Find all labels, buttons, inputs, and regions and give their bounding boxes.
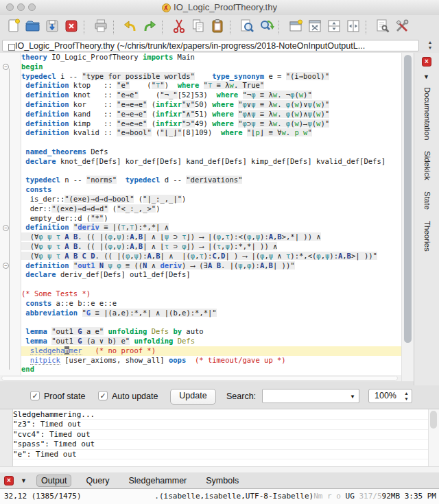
new-file-button[interactable]: [4, 18, 23, 37]
code-line[interactable]: der::"(e×e)⇒d⇒d⇒d" ("<_:_,_>"): [21, 204, 401, 214]
code-line[interactable]: definition "deriv ≡ |(⊤,⊤):*,*| ∧: [21, 223, 401, 232]
code-token: w: [273, 91, 277, 99]
code-line[interactable]: abbreviation "G ≡ |(a,e):*,*| ∧ |(b,e):*…: [21, 309, 401, 318]
code-line[interactable]: theory IO_Logic_ProofTheory imports Main: [21, 53, 401, 62]
buffer-switcher[interactable]: IO_Logic_ProofTheory.thy (~/chris/trunk/…: [0, 39, 439, 53]
memory-indicator[interactable]: 92MB: [382, 492, 401, 501]
output-scrollbar-thumb[interactable]: [430, 411, 437, 429]
code-line[interactable]: (* Some Tests *): [21, 289, 401, 299]
dock-button-state[interactable]: State: [423, 191, 431, 210]
global-options-button[interactable]: [392, 18, 412, 37]
code-token: (: [147, 100, 156, 108]
tab-sledgehammer[interactable]: Sledgehammer: [124, 475, 192, 487]
code-line[interactable]: (∀φ ψ τ A B C D. (( |(φ,ψ):A,B| ∧ |(φ,τ)…: [21, 252, 401, 261]
code-line[interactable]: definition "out1 N ψ φ ≡ ((N ∧ deriv) ⟶ …: [21, 261, 401, 271]
find-replace-button[interactable]: [257, 18, 276, 37]
code-line[interactable]: (∀φ ψ τ A B. (( |(φ,ψ):A,B| ∧ ⌊ψ ⊃ τ⌋) ⟶…: [21, 232, 401, 242]
code-token: w: [281, 128, 285, 136]
fold-marker[interactable]: −: [3, 263, 9, 269]
code-line[interactable]: empty_der::d ("*"): [21, 214, 401, 224]
auto-update-checkbox[interactable]: ✓: [98, 391, 108, 400]
fold-marker[interactable]: −: [3, 225, 9, 231]
code-line[interactable]: (∀φ ψ τ A B. (( |(φ,ψ):A,B| ∧ ⌊τ ⊃ φ⌋) ⟶…: [21, 242, 401, 252]
cut-button[interactable]: [169, 18, 189, 37]
code-line[interactable]: typedecl n -- "norms" typedecl d -- "der…: [21, 176, 401, 185]
proof-state-checkbox[interactable]: ✓: [30, 391, 40, 400]
code-line[interactable]: [21, 167, 401, 176]
close-buffer-button[interactable]: [62, 18, 81, 37]
vertical-scrollbar[interactable]: [402, 53, 414, 381]
split-vertical-button[interactable]: [344, 18, 363, 37]
buffer-switcher-field[interactable]: IO_Logic_ProofTheory.thy (~/chris/trunk/…: [2, 40, 419, 51]
horizontal-scrollbar[interactable]: [0, 375, 401, 381]
memory-indicator-dim[interactable]: 317/5: [355, 492, 382, 501]
code-line[interactable]: definition kand :: "e⇒e⇒e" (infixr"∧"51)…: [21, 110, 401, 119]
horizontal-scrollbar-thumb[interactable]: [1, 376, 398, 381]
code-line[interactable]: definition knot :: "e⇒e" ("¬_"[52]53) wh…: [21, 91, 401, 100]
dock-button-theories[interactable]: Theories: [423, 221, 431, 252]
code-token: n --: [60, 176, 86, 184]
code-line[interactable]: definition kvalid :: "e⇒bool" ("⌊_⌋"[8]1…: [21, 128, 401, 138]
editor[interactable]: theory IO_Logic_ProofTheory imports Main…: [21, 53, 401, 375]
undo-button[interactable]: [121, 18, 140, 37]
code-line[interactable]: begin: [21, 62, 401, 72]
code-line[interactable]: lemma "out1 G a e" unfolding Defs by aut…: [21, 327, 401, 337]
code-line[interactable]: named_theorems Defs: [21, 147, 401, 157]
find-button[interactable]: [237, 18, 257, 37]
code-token: ψ: [307, 110, 311, 118]
search-input[interactable]: ▼: [262, 389, 359, 403]
dock-menu-arrow-icon[interactable]: ▼: [423, 73, 429, 80]
code-line[interactable]: end: [21, 365, 401, 374]
vertical-scrollbar-thumb[interactable]: [404, 55, 412, 343]
open-file-button[interactable]: [23, 18, 43, 37]
code-line[interactable]: definition ktop :: "e" ("⊤") where "⊤ ≡ …: [21, 81, 401, 91]
code-token: (: [147, 119, 156, 128]
code-line[interactable]: [21, 280, 401, 289]
copy-button[interactable]: [189, 18, 208, 37]
code-line[interactable]: sledgehammer (* no proof *): [21, 346, 401, 356]
zoom-stepper-arrows-icon[interactable]: ▲▼: [404, 391, 409, 402]
buffer-switcher-stepper[interactable]: ▲▼: [425, 40, 435, 51]
code-line[interactable]: [21, 138, 401, 147]
code-line[interactable]: declare knot_def[Defs] kor_def[Defs] kan…: [21, 157, 401, 167]
output-scrollbar[interactable]: [428, 409, 439, 467]
code-token: empty_der::d (: [21, 214, 91, 222]
redo-button[interactable]: [140, 18, 159, 37]
code-token: ": [82, 309, 86, 317]
zoom-stepper[interactable]: 100% ▲▼: [368, 389, 412, 403]
code-line[interactable]: consts: [21, 185, 401, 195]
code-line[interactable]: consts a::e b::e e::e: [21, 299, 401, 309]
dock-close-button[interactable]: ×: [422, 57, 431, 67]
print-button[interactable]: [91, 18, 110, 37]
code-line[interactable]: declare deriv_def[Defs] out1_def[Defs]: [21, 270, 401, 280]
unsplit-button[interactable]: [305, 18, 324, 37]
code-token: [69, 261, 73, 269]
output-panel[interactable]: Sledgehammering..."z3": Timed out"cvc4":…: [0, 409, 439, 467]
dock-button-documentation[interactable]: Documentation: [423, 87, 431, 140]
split-horizontal-button[interactable]: [324, 18, 344, 37]
code-token: auto: [182, 327, 204, 335]
paste-button[interactable]: [208, 18, 227, 37]
buffer-options-button[interactable]: [373, 18, 392, 37]
bottom-dock-menu-arrow-icon[interactable]: ▼: [21, 477, 27, 484]
code-line[interactable]: is_der::"(e×e)⇒d⇒d⇒bool" ("|_:_,_|"): [21, 195, 401, 204]
dock-button-sidekick[interactable]: Sidekick: [423, 151, 431, 180]
code-line[interactable]: lemma "out1 G (a ∨ b) e" unfolding Defs: [21, 337, 401, 346]
code-token: definition: [25, 128, 69, 136]
code-token: ψ: [134, 252, 139, 260]
fold-marker[interactable]: −: [3, 64, 9, 70]
tab-query[interactable]: Query: [81, 475, 114, 487]
code-line[interactable]: typedecl i -- "type for possible worlds"…: [21, 72, 401, 82]
tab-output[interactable]: Output: [36, 475, 72, 487]
search-dropdown-arrow-icon[interactable]: ▼: [350, 394, 355, 400]
new-view-button[interactable]: [286, 18, 305, 37]
code-line[interactable]: definition kimp :: "e⇒e⇒e" (infixr"⊃"49)…: [21, 119, 401, 129]
code-line[interactable]: nitpick [user_axioms, show_all] oops (* …: [21, 356, 401, 365]
code-line[interactable]: definition kor :: "e⇒e⇒e" (infixr"∨"50) …: [21, 100, 401, 110]
tab-symbols[interactable]: Symbols: [201, 475, 244, 487]
code-token: Defs: [86, 147, 108, 156]
save-file-button[interactable]: [43, 18, 62, 37]
update-button[interactable]: Update: [170, 389, 216, 405]
code-line[interactable]: [21, 317, 401, 327]
bottom-dock-close-button[interactable]: ×: [4, 476, 14, 485]
